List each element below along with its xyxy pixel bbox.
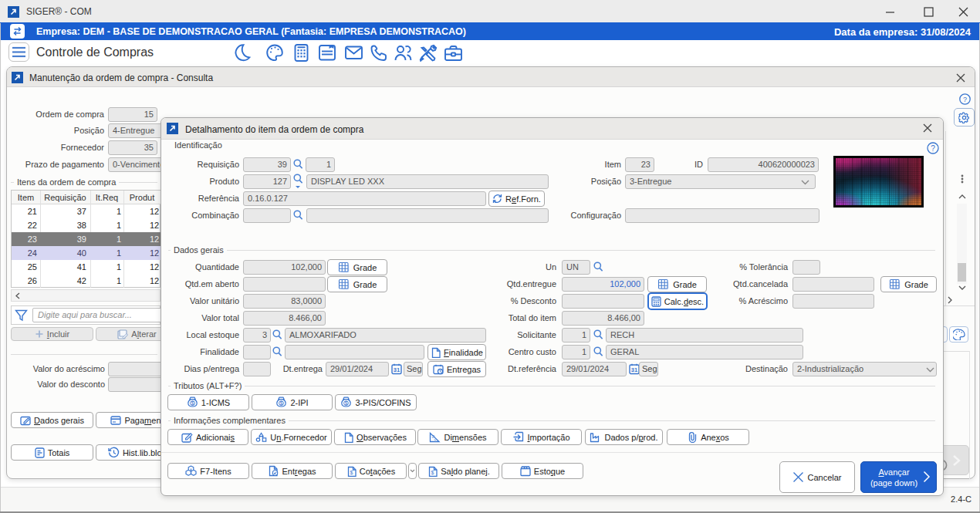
svg-text:?: ? bbox=[963, 96, 967, 103]
